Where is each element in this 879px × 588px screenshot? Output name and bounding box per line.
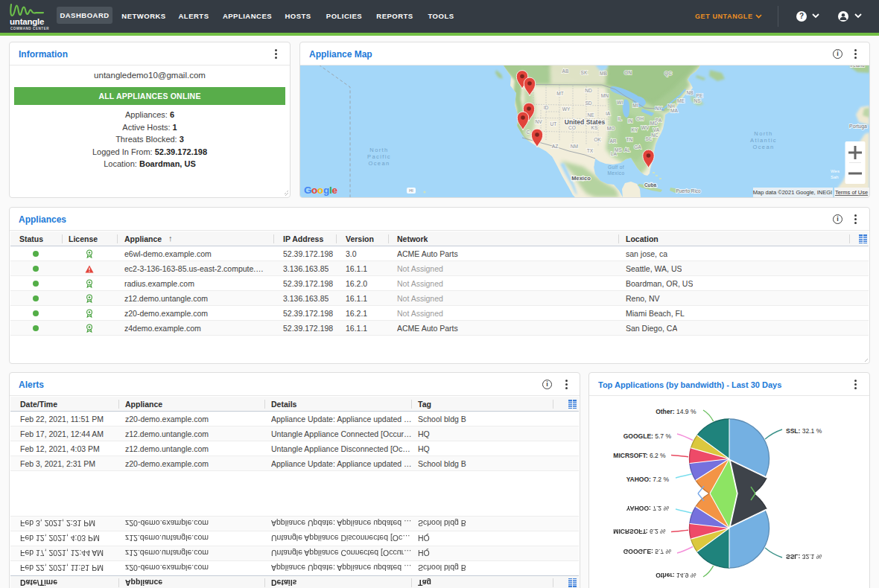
svg-text:GOOGLE: 5.7 %: GOOGLE: 5.7 % [623, 432, 672, 440]
svg-text:AL: AL [624, 147, 630, 153]
svg-text:SSL: 32.1 %: SSL: 32.1 % [786, 553, 822, 560]
svg-text:WV: WV [641, 125, 650, 130]
svg-text:TN: TN [626, 137, 633, 142]
svg-text:Ireland: Ireland [850, 65, 865, 68]
svg-text:Sah: Sah [831, 175, 839, 179]
svg-text:IL: IL [618, 116, 622, 121]
svg-text:MICRSOFT: 6.2 %: MICRSOFT: 6.2 % [613, 528, 666, 535]
svg-text:NM: NM [571, 144, 578, 149]
svg-text:Ocean: Ocean [752, 144, 774, 150]
svg-text:e: e [332, 185, 338, 196]
svg-text:o: o [311, 185, 317, 196]
svg-text:YAHOO: 7.2 %: YAHOO: 7.2 % [626, 476, 670, 483]
svg-text:North: North [369, 147, 388, 153]
svg-text:MO: MO [607, 126, 615, 131]
svg-text:ON: ON [624, 70, 632, 75]
svg-text:MA: MA [670, 108, 678, 113]
svg-text:TX: TX [587, 148, 594, 153]
svg-text:GA: GA [634, 144, 641, 150]
svg-text:MI: MI [632, 103, 638, 108]
svg-text:Pacific: Pacific [367, 153, 391, 160]
svg-text:NC: NC [651, 132, 659, 138]
svg-text:NB: NB [686, 90, 694, 95]
svg-text:Mexico: Mexico [608, 170, 625, 176]
svg-text:Terms of Use: Terms of Use [835, 189, 868, 196]
svg-text:OH: OH [636, 116, 644, 121]
svg-text:MN: MN [601, 93, 609, 98]
svg-text:KS: KS [591, 125, 598, 130]
svg-text:SD: SD [585, 100, 591, 106]
svg-text:Map data ©2021 Google, INEGI: Map data ©2021 Google, INEGI [753, 189, 832, 196]
svg-text:g: g [323, 185, 329, 196]
svg-text:SSL: 32.1 %: SSL: 32.1 % [786, 427, 822, 435]
svg-text:NV: NV [535, 119, 542, 124]
svg-text:SK: SK [581, 70, 588, 75]
svg-text:Cuba: Cuba [644, 182, 657, 188]
svg-text:Portuga: Portuga [849, 124, 867, 130]
svg-text:CO: CO [568, 125, 576, 130]
svg-text:ME: ME [677, 98, 685, 103]
svg-text:MS: MS [615, 147, 622, 153]
svg-text:NE: NE [587, 112, 594, 118]
svg-text:MICRSOFT: 6.2 %: MICRSOFT: 6.2 % [613, 452, 666, 459]
svg-text:HI: HI [409, 188, 413, 193]
svg-text:PE: PE [696, 93, 703, 98]
svg-text:NY: NY [655, 106, 662, 111]
svg-text:IA: IA [606, 111, 611, 116]
svg-text:WI: WI [617, 100, 623, 105]
svg-text:YAHOO: 7.2 %: YAHOO: 7.2 % [626, 505, 670, 512]
svg-text:Puerto Rico: Puerto Rico [676, 188, 701, 194]
svg-text:MB: MB [600, 71, 607, 76]
svg-text:MD: MD [650, 121, 658, 126]
svg-text:ND: ND [585, 88, 592, 93]
svg-text:Ocean: Ocean [368, 160, 390, 167]
svg-text:Gulf of: Gulf of [608, 164, 624, 170]
svg-text:Atlantic: Atlantic [750, 137, 777, 144]
svg-text:IN: IN [628, 118, 633, 124]
svg-text:KY: KY [632, 127, 638, 132]
svg-text:Wes: Wes [831, 169, 840, 173]
svg-text:WY: WY [562, 106, 571, 112]
svg-text:UT: UT [550, 121, 557, 127]
svg-text:AR: AR [609, 138, 616, 144]
svg-text:OK: OK [594, 137, 601, 142]
svg-text:AZ: AZ [552, 144, 558, 149]
svg-text:United States: United States [565, 118, 606, 126]
svg-text:AB: AB [562, 68, 569, 74]
svg-text:untangle: untangle [10, 17, 44, 26]
svg-text:ID: ID [544, 105, 549, 110]
svg-text:NS: NS [694, 98, 701, 103]
svg-text:C: C [527, 130, 530, 135]
svg-text:COMMAND CENTER: COMMAND CENTER [10, 27, 49, 31]
svg-text:Other: 14.9 %: Other: 14.9 % [656, 408, 696, 415]
svg-text:Mexico: Mexico [571, 175, 591, 182]
svg-text:VA: VA [653, 127, 660, 132]
svg-text:o: o [317, 185, 323, 196]
svg-text:G: G [304, 185, 311, 196]
svg-text:MT: MT [556, 91, 564, 96]
svg-text:North: North [754, 130, 772, 137]
svg-text:GOOGLE: 5.7 %: GOOGLE: 5.7 % [623, 548, 672, 555]
svg-text:QC: QC [664, 71, 672, 77]
svg-text:Other: 14.9 %: Other: 14.9 % [656, 572, 696, 579]
